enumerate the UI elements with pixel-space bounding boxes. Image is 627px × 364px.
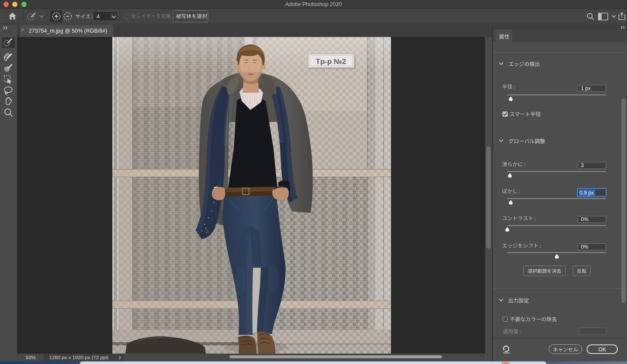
svg-text:Tp-p №2: Tp-p №2 (316, 57, 346, 66)
